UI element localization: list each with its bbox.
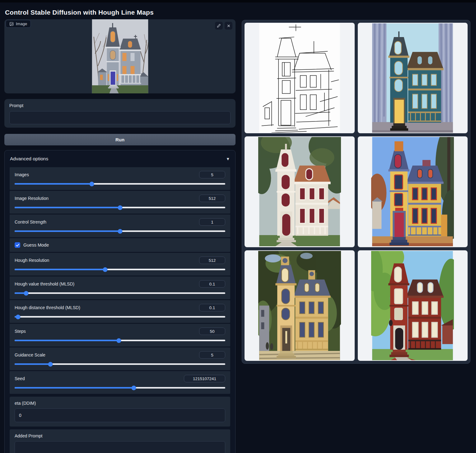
page-title: Control Stable Diffusion with Hough Line… xyxy=(5,9,154,16)
eta-block: eta (DDIM) xyxy=(10,397,230,427)
slider-thumb[interactable] xyxy=(16,314,20,319)
slider-row-images: Images 5 xyxy=(10,167,230,190)
slider-label: Guidance Scale xyxy=(15,352,45,357)
slider-value-input[interactable]: 5 xyxy=(199,171,225,178)
slider-row-hough-value-threshold: Hough value threshold (MLSD) 0.1 xyxy=(10,276,230,299)
gallery-item-hough-line-map[interactable] xyxy=(245,23,355,133)
close-icon xyxy=(227,24,231,28)
slider-row-guidance-scale: Guidance Scale 5 xyxy=(10,347,230,370)
advanced-options-title: Advanced options xyxy=(10,156,48,162)
guess-mode-row: Guess Mode xyxy=(10,238,230,252)
prompt-block: Prompt xyxy=(4,99,236,128)
slider-row-control-strength: Control Strength 1 xyxy=(10,215,230,237)
slider-thumb[interactable] xyxy=(118,229,122,234)
slider-label: Hough value threshold (MLSD) xyxy=(15,281,74,286)
image-icon xyxy=(9,22,14,26)
slider-track[interactable] xyxy=(15,269,225,270)
guess-mode-label[interactable]: Guess Mode xyxy=(23,243,49,248)
slider-value-input[interactable]: 0.1 xyxy=(199,280,225,288)
slider-value-input[interactable]: 1 xyxy=(199,218,225,226)
top-strip xyxy=(0,0,476,2)
added-prompt-label: Added Prompt xyxy=(15,433,225,438)
result-gallery xyxy=(242,20,470,364)
hough-line-map-image xyxy=(258,23,341,133)
slider-track[interactable] xyxy=(15,230,225,232)
slider-row-seed: Seed 1215107241 xyxy=(10,371,230,394)
controls-column: Image xyxy=(4,19,236,453)
slider-label: Hough distance threshold (MLSD) xyxy=(15,305,80,310)
slider-value-input[interactable]: 512 xyxy=(199,257,225,264)
victorian-house-photo xyxy=(92,19,148,93)
slider-row-steps: Steps 50 xyxy=(10,324,230,347)
slider-thumb[interactable] xyxy=(90,182,94,186)
image-label-badge: Image xyxy=(6,20,31,28)
slider-thumb[interactable] xyxy=(48,362,53,366)
gallery-item-generated-1[interactable] xyxy=(358,23,468,133)
chevron-down-icon: ▼ xyxy=(226,157,230,161)
slider-thumb[interactable] xyxy=(24,291,28,295)
image-label: Image xyxy=(16,21,27,26)
slider-thumb[interactable] xyxy=(103,267,108,272)
slider-value-input[interactable]: 5 xyxy=(199,351,225,359)
slider-value-input[interactable]: 50 xyxy=(199,328,225,335)
guess-mode-checkbox[interactable] xyxy=(15,242,20,248)
slider-row-image-resolution: Image Resolution 512 xyxy=(10,191,230,214)
pencil-icon xyxy=(217,24,221,28)
slider-track[interactable] xyxy=(15,292,225,294)
slider-track[interactable] xyxy=(15,316,225,318)
prompt-input[interactable] xyxy=(9,111,231,124)
slider-value-input[interactable]: 1215107241 xyxy=(184,375,225,382)
generated-yellow-blue-victorian-image xyxy=(371,137,454,246)
slider-thumb[interactable] xyxy=(118,205,122,210)
run-button-label: Run xyxy=(115,137,124,142)
gallery-item-generated-5[interactable] xyxy=(358,250,468,361)
advanced-options-header[interactable]: Advanced options ▼ xyxy=(5,150,235,167)
gallery-item-generated-2[interactable] xyxy=(245,136,355,247)
gallery-item-generated-3[interactable] xyxy=(358,136,468,247)
image-toolbar xyxy=(215,22,232,30)
generated-white-victorian-image xyxy=(258,137,341,246)
slider-label: Hough Resolution xyxy=(15,258,49,263)
eta-input[interactable] xyxy=(15,408,225,422)
gallery-item-generated-4[interactable] xyxy=(245,250,355,361)
generated-teal-victorian-image xyxy=(371,23,454,133)
advanced-options-accordion: Advanced options ▼ Images 5 Image Resolu… xyxy=(4,150,236,453)
check-icon xyxy=(16,243,19,247)
slider-track[interactable] xyxy=(15,207,225,208)
slider-label: Image Resolution xyxy=(15,196,49,201)
run-button[interactable]: Run xyxy=(4,134,236,145)
slider-label: Seed xyxy=(15,376,25,381)
slider-label: Control Strength xyxy=(15,219,46,224)
slider-row-hough-resolution: Hough Resolution 512 xyxy=(10,253,230,276)
edit-image-button[interactable] xyxy=(215,22,223,30)
added-prompt-block: Added Prompt xyxy=(10,429,230,453)
slider-value-input[interactable]: 512 xyxy=(199,195,225,202)
generated-golden-victorian-image xyxy=(258,251,341,360)
uploaded-image[interactable] xyxy=(92,19,148,93)
slider-value-input[interactable]: 0.1 xyxy=(199,304,225,311)
slider-label: Images xyxy=(15,172,29,177)
slider-row-hough-distance-threshold: Hough distance threshold (MLSD) 0.1 xyxy=(10,300,230,323)
slider-track[interactable] xyxy=(15,183,225,185)
added-prompt-input[interactable] xyxy=(15,441,225,453)
slider-track[interactable] xyxy=(15,363,225,365)
generated-red-brick-victorian-image xyxy=(371,251,454,360)
app-page: Control Stable Diffusion with Hough Line… xyxy=(0,0,476,453)
slider-thumb[interactable] xyxy=(117,338,121,343)
slider-label: Steps xyxy=(15,329,26,334)
advanced-options-content: Images 5 Image Resolution 512 Control St… xyxy=(5,167,235,453)
slider-thumb[interactable] xyxy=(131,385,136,390)
image-upload-panel[interactable]: Image xyxy=(4,19,236,93)
slider-track[interactable] xyxy=(15,340,225,341)
slider-track[interactable] xyxy=(15,387,225,389)
eta-label: eta (DDIM) xyxy=(15,401,225,406)
clear-image-button[interactable] xyxy=(225,22,232,30)
prompt-label: Prompt xyxy=(9,103,231,108)
